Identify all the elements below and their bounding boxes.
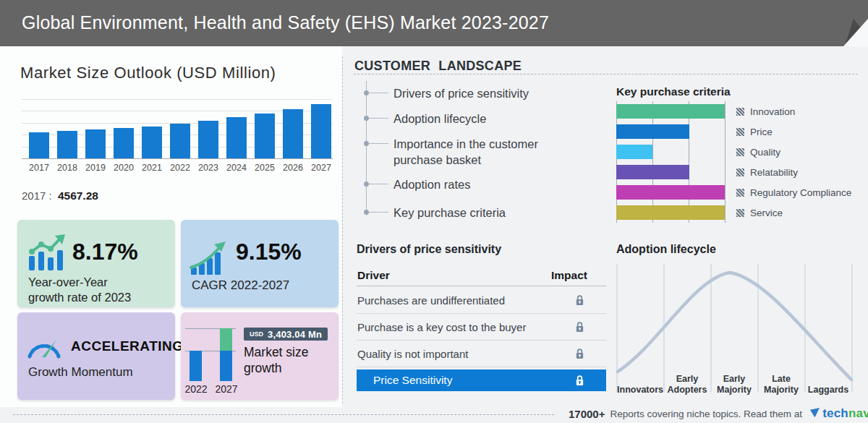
lifecycle-stage-label: Early Majority xyxy=(709,374,760,396)
growth-bar-2027-delta xyxy=(220,328,232,351)
cagr-card: 9.15% CAGR 2022-2027 xyxy=(181,220,339,307)
legend-item: Price xyxy=(736,121,867,142)
legend-label: Price xyxy=(750,127,773,137)
landscape-item-label: Importance in the customer purchase bask… xyxy=(393,136,571,168)
footer-dashed-line xyxy=(13,414,554,415)
table-row: Price Sensitivity xyxy=(357,369,606,391)
criteria-bar xyxy=(616,165,689,179)
criteria-bar xyxy=(616,145,652,159)
criteria-bar xyxy=(616,205,725,220)
hatch-legend-icon xyxy=(736,168,744,176)
lifecycle-stage-label: Early Adopters xyxy=(662,374,712,396)
price-sensitivity-header-row: Driver Impact xyxy=(357,266,606,286)
key-purchase-criteria-chart xyxy=(616,101,726,223)
brand-tech: tech xyxy=(822,406,848,421)
market-bar xyxy=(142,127,162,158)
column-impact: Impact xyxy=(551,269,587,282)
legend-label: Regulatory Compliance xyxy=(750,187,851,198)
lock-icon xyxy=(575,375,584,387)
page-title: Global Environment, Health and Safety (E… xyxy=(0,0,868,46)
market-bar xyxy=(198,121,218,158)
market-bar xyxy=(29,132,49,158)
connector-line xyxy=(369,212,388,213)
badge-value: 3,403.04 Mn xyxy=(268,329,322,340)
technavio-logo[interactable]: tech navio ™ xyxy=(809,406,868,421)
footer-note: Reports covering niche topics. Read them… xyxy=(610,409,802,419)
report-count: 17000+ xyxy=(569,408,605,420)
column-driver: Driver xyxy=(357,269,390,282)
hatch-legend-icon xyxy=(736,189,744,197)
table-row: Purchases are undifferentiated xyxy=(357,286,606,314)
vertical-separator xyxy=(342,56,343,403)
connector-line xyxy=(369,93,388,93)
base-year: 2017 xyxy=(22,189,46,202)
customer-landscape-title: CUSTOMER LANDSCAPE xyxy=(354,59,522,74)
momentum-value: ACCELERATING xyxy=(71,338,184,354)
hatch-legend-icon xyxy=(736,148,744,156)
legend-label: Service xyxy=(750,208,783,218)
landscape-item: Drivers of price sensitivity xyxy=(366,85,576,101)
hatch-legend-icon xyxy=(736,128,744,136)
impact-cell xyxy=(575,320,584,333)
growth-bar-2022 xyxy=(190,351,202,381)
yoy-label: Year-over-Year growth rate of 2023 xyxy=(28,275,131,305)
page-fold-icon xyxy=(825,0,868,46)
x-tick-label: 2021 xyxy=(137,163,166,173)
criteria-bar xyxy=(616,185,725,200)
bullet-dot-icon xyxy=(364,210,369,215)
brand-navio: navio xyxy=(848,406,868,421)
landscape-item: Importance in the customer purchase bask… xyxy=(366,136,576,168)
criteria-bar xyxy=(616,124,689,139)
market-chart-xlabels: 2017201820192020202120222023202420252026… xyxy=(22,163,333,176)
landscape-item: Key purchase criteria xyxy=(366,205,576,221)
base-year-note: 2017 : 4567.28 xyxy=(22,189,98,202)
driver-cell: Purchase is a key cost to the buyer xyxy=(357,320,526,333)
base-year-separator: : xyxy=(49,189,52,202)
criteria-bar xyxy=(616,104,725,119)
gridline xyxy=(22,99,333,100)
market-bar xyxy=(226,117,247,158)
growth-year-start: 2022 xyxy=(182,383,210,395)
price-sensitivity-title: Drivers of price sensitivity xyxy=(357,243,501,256)
lock-icon xyxy=(575,320,584,333)
impact-cell xyxy=(575,347,584,359)
connector-line xyxy=(369,143,388,144)
base-year-value: 4567.28 xyxy=(58,189,98,202)
bullet-dot-icon xyxy=(364,90,369,95)
lock-icon xyxy=(575,294,584,306)
lock-icon xyxy=(575,347,584,359)
legend-item: Service xyxy=(736,202,867,223)
x-tick-label: 2020 xyxy=(109,163,138,173)
legend-item: Relatability xyxy=(736,162,867,182)
x-tick-label: 2026 xyxy=(278,163,307,173)
yoy-label-line2: growth rate of 2023 xyxy=(28,291,131,304)
yoy-label-line1: Year-over-Year xyxy=(28,275,108,289)
x-tick-label: 2018 xyxy=(53,163,82,173)
x-tick-label: 2023 xyxy=(194,163,223,173)
hatch-legend-icon xyxy=(736,108,744,116)
legend-label: Relatability xyxy=(750,167,798,178)
impact-cell xyxy=(575,294,584,306)
landscape-item: Adoption lifecycle xyxy=(366,111,576,127)
landscape-item-label: Drivers of price sensitivity xyxy=(393,85,571,101)
adoption-lifecycle-chart: InnovatorsEarly AdoptersEarly MajorityLa… xyxy=(616,262,861,396)
market-bar xyxy=(57,131,77,158)
connector-line xyxy=(369,184,388,184)
growth-label-line1: Market size xyxy=(244,345,308,359)
table-row: Purchase is a key cost to the buyer xyxy=(357,313,606,341)
driver-cell: Purchases are undifferentiated xyxy=(357,294,505,306)
badge-currency: USD xyxy=(250,330,263,338)
market-bar xyxy=(255,114,275,158)
connector-line xyxy=(369,118,388,119)
landscape-item-label: Adoption rates xyxy=(393,176,571,192)
driver-cell: Price Sensitivity xyxy=(373,374,452,387)
customer-landscape-list: Drivers of price sensitivityAdoption lif… xyxy=(366,81,583,226)
x-tick-label: 2025 xyxy=(250,163,279,173)
market-chart-plot xyxy=(22,99,333,158)
footer: 17000+ Reports covering niche topics. Re… xyxy=(569,406,868,422)
market-bar xyxy=(85,129,106,158)
growth-label-line2: growth xyxy=(244,361,282,375)
cagr-value: 9.15% xyxy=(236,239,302,265)
market-bar xyxy=(311,104,331,158)
header-bar: Global Environment, Health and Safety (E… xyxy=(0,0,868,46)
